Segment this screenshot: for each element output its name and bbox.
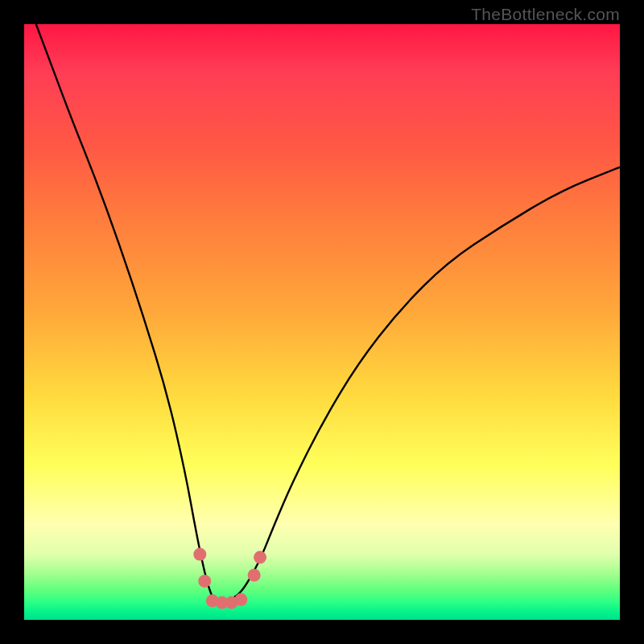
- curve-layer: [24, 24, 620, 620]
- plot-area: [24, 24, 620, 620]
- left-upper-marker: [193, 548, 206, 561]
- right-lower-marker: [248, 569, 261, 582]
- right-upper-marker: [254, 551, 266, 564]
- left-lower-marker: [198, 575, 211, 588]
- attribution-watermark: TheBottleneck.com: [471, 5, 620, 24]
- bottom-marker-4: [234, 593, 247, 606]
- bottleneck-curve: [36, 24, 620, 602]
- curve-markers: [193, 548, 266, 609]
- chart-frame: TheBottleneck.com: [0, 0, 644, 644]
